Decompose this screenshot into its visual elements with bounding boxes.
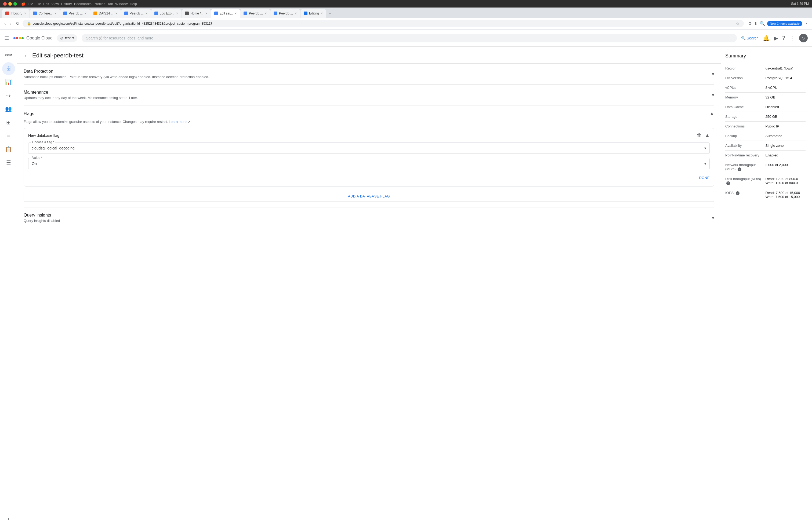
sidebar-item-people[interactable]: 👥 — [2, 103, 15, 115]
os-time: Sat 1:29 PM — [791, 2, 809, 6]
view-menu[interactable]: View — [51, 2, 59, 6]
sidebar-item-database[interactable]: 🗄 — [2, 62, 15, 75]
summary-value-backup: Automated — [766, 132, 806, 140]
done-button[interactable]: DONE — [28, 174, 710, 182]
reload-button[interactable]: ↻ — [15, 20, 20, 27]
network-throughput-info-icon[interactable]: ? — [738, 167, 741, 171]
tab-close-icon[interactable]: ✕ — [234, 12, 237, 15]
tab-close-icon[interactable]: ✕ — [264, 12, 267, 15]
window-menu[interactable]: Window — [115, 2, 128, 6]
search-bar[interactable]: Search (/) for resources, docs, and more — [82, 34, 737, 42]
hamburger-menu-icon[interactable]: ☰ — [4, 35, 9, 41]
tab-close-icon[interactable]: ✕ — [24, 12, 26, 15]
project-selector[interactable]: ⊙ test ▾ — [57, 34, 77, 42]
search-button[interactable]: 🔍 Search — [741, 36, 758, 40]
tab-editing[interactable]: Editing ✕ — [301, 9, 326, 18]
maximize-button[interactable] — [13, 2, 17, 6]
tab-conference[interactable]: Confere... ✕ — [30, 9, 60, 18]
minimize-button[interactable] — [8, 2, 12, 6]
tab-close-icon[interactable]: ✕ — [115, 12, 118, 15]
tab-close-icon[interactable]: ✕ — [205, 12, 207, 15]
history-menu[interactable]: History — [61, 2, 72, 6]
sidebar-item-menu[interactable]: ☰ — [2, 156, 15, 169]
flags-header[interactable]: Flags ▲ — [24, 111, 714, 117]
tab-peerdb1[interactable]: Peerdb ... ✕ — [60, 9, 90, 18]
value-required: * — [41, 156, 42, 160]
close-button[interactable] — [3, 2, 7, 6]
terminal-icon[interactable]: ▶ — [774, 35, 778, 41]
new-tab-button[interactable]: + — [327, 10, 334, 17]
tab-close-icon[interactable]: ✕ — [54, 12, 57, 15]
sidebar-item-grid[interactable]: ⊞ — [2, 116, 15, 129]
data-protection-header[interactable]: Data Protection Automatic backups enable… — [24, 69, 714, 79]
query-insights-chevron-icon[interactable]: ▾ — [712, 215, 714, 221]
flags-chevron-icon[interactable]: ▲ — [709, 111, 714, 117]
delete-flag-icon[interactable]: 🗑 — [697, 133, 702, 138]
extensions-icon[interactable]: ⚙ — [748, 21, 752, 26]
profiles-menu[interactable]: Profiles — [94, 2, 105, 6]
tab-label: Edit sai... — [220, 12, 233, 15]
tab-home[interactable]: Home /... ✕ — [182, 9, 211, 18]
tab-logexp[interactable]: Log Exp... ✕ — [151, 9, 182, 18]
query-insights-title: Query insights — [24, 213, 60, 217]
tab-close-icon[interactable]: ✕ — [84, 12, 87, 15]
summary-row-connections: Connections Public IP — [725, 122, 806, 131]
tab-peerdb4[interactable]: Peerdb ... ✕ — [271, 9, 300, 18]
maintenance-header[interactable]: Maintenance Updates may occur any day of… — [24, 90, 714, 100]
sidebar-expand[interactable]: ‹ — [2, 512, 15, 525]
pipeline-icon: ⇢ — [6, 92, 11, 99]
flag-dropdown-icon[interactable]: ▾ — [704, 146, 706, 150]
bookmark-star-icon[interactable]: ☆ — [736, 21, 740, 26]
tab-peerdb3[interactable]: Peerdb ... ✕ — [240, 9, 270, 18]
bookmarks-menu[interactable]: Bookmarks — [74, 2, 91, 6]
tab-edit-sai[interactable]: Edit sai... ✕ — [211, 9, 240, 18]
os-app-name: 🍎 — [21, 2, 26, 6]
sidebar-collapse-icon[interactable]: ‹ — [2, 512, 15, 525]
sidebar-item-list[interactable]: ≡ — [2, 129, 15, 142]
notifications-icon[interactable]: 🔔 — [763, 35, 770, 41]
tab-peerdb2[interactable]: Peerdb ... ✕ — [121, 9, 151, 18]
tab-close-icon[interactable]: ✕ — [321, 12, 323, 15]
support-icon[interactable]: ? — [782, 35, 785, 41]
help-menu[interactable]: Help — [130, 2, 137, 6]
tab-close-icon[interactable]: ✕ — [145, 12, 148, 15]
more-options-icon[interactable]: ⋮ — [804, 21, 809, 26]
add-flag-button[interactable]: ADD A DATABASE FLAG — [24, 191, 714, 202]
address-bar[interactable]: 🔒 console.cloud.google.com/sql/instances… — [23, 20, 744, 27]
chart-icon: 📊 — [5, 79, 12, 85]
download-icon[interactable]: ⬇ — [754, 21, 757, 26]
sidebar-item-chart[interactable]: 📊 — [2, 76, 15, 89]
chrome-menu[interactable]: File — [28, 2, 33, 6]
summary-value-datacache: Disabled — [766, 103, 806, 111]
collapse-flag-icon[interactable]: ▲ — [705, 133, 710, 138]
learn-more-link[interactable]: Learn more — [169, 120, 187, 124]
tab-dais[interactable]: DAIS24 ... ✕ — [90, 9, 121, 18]
disk-throughput-info-icon[interactable]: ? — [726, 181, 730, 185]
iops-info-icon[interactable]: ? — [736, 191, 740, 195]
sidebar-item-pipeline[interactable]: ⇢ — [2, 89, 15, 102]
sidebar-item-report[interactable]: 📋 — [2, 143, 15, 156]
summary-key-memory: Memory — [725, 93, 766, 102]
tab-gmail[interactable]: Inbox (5 ✕ — [2, 9, 30, 18]
tab-close-icon[interactable]: ✕ — [176, 12, 178, 15]
sidebar-item-prim[interactable]: PRIM — [2, 49, 15, 62]
edit-menu[interactable]: Edit — [43, 2, 49, 6]
left-sidebar: PRIM 🗄 📊 ⇢ 👥 ⊞ ≡ — [0, 47, 17, 527]
choose-flag-select-row: cloudsql.logical_decoding ▾ — [32, 146, 706, 150]
tab-close-icon[interactable]: ✕ — [294, 12, 297, 15]
settings-icon[interactable]: ⋮ — [789, 35, 795, 41]
file-menu[interactable]: File — [35, 2, 41, 6]
tab-search-icon[interactable]: 🔍 — [760, 21, 765, 26]
user-avatar[interactable]: S — [799, 34, 808, 42]
value-dropdown-icon[interactable]: ▾ — [704, 162, 706, 166]
value-label: Value * — [31, 156, 44, 160]
back-nav-button[interactable]: ‹ — [3, 20, 7, 27]
forward-nav-button[interactable]: › — [9, 20, 12, 27]
query-insights-header[interactable]: Query insights Query insights disabled ▾ — [24, 213, 714, 223]
app-layout: ☰ Google Cloud ⊙ test ▾ Search (/) for r… — [0, 30, 812, 527]
back-button[interactable]: ← — [24, 52, 29, 59]
maintenance-chevron-icon[interactable]: ▾ — [712, 92, 714, 98]
tab-menu[interactable]: Tab — [107, 2, 113, 6]
new-chrome-button[interactable]: New Chrome available — [767, 21, 802, 26]
data-protection-chevron-icon[interactable]: ▾ — [712, 71, 714, 77]
